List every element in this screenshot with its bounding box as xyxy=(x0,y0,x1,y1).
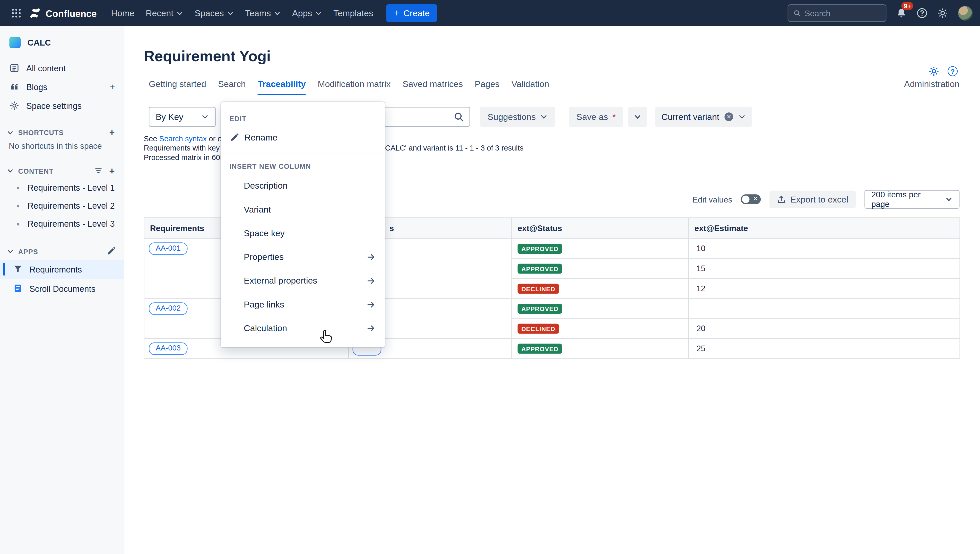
app-switcher-icon[interactable] xyxy=(8,4,25,22)
space-avatar-icon xyxy=(9,37,21,48)
tab-saved-matrices[interactable]: Saved matrices xyxy=(403,79,463,95)
add-blog-icon[interactable]: + xyxy=(110,84,115,90)
pencil-icon xyxy=(230,133,239,142)
clear-variant-icon[interactable]: ✕ xyxy=(725,113,733,121)
toggle-off-x-icon: ✕ xyxy=(753,195,758,202)
menu-item-space-key[interactable]: Space key xyxy=(221,221,385,245)
tab-traceability[interactable]: Traceability xyxy=(258,79,306,95)
app-window: Confluence HomeRecentSpacesTeamsAppsTemp… xyxy=(0,0,980,554)
scope-select[interactable]: By Key xyxy=(149,107,216,127)
menu-item-page-links[interactable]: Page links xyxy=(221,292,385,316)
nav-item-spaces[interactable]: Spaces xyxy=(189,4,239,22)
nav-item-apps[interactable]: Apps xyxy=(287,4,328,22)
add-content-icon[interactable]: + xyxy=(109,168,115,174)
nav-item-teams[interactable]: Teams xyxy=(239,4,287,22)
confluence-logo[interactable]: Confluence xyxy=(29,7,97,19)
tab-validation[interactable]: Validation xyxy=(512,79,549,95)
nav-item-label: Teams xyxy=(245,8,271,18)
chevron-down-icon xyxy=(274,10,281,17)
plus-icon: + xyxy=(394,9,400,18)
sidebar-item-label: All content xyxy=(26,63,65,73)
content-tree: Requirements - Level 1Requirements - Lev… xyxy=(0,178,124,233)
tab-search[interactable]: Search xyxy=(218,79,246,95)
nav-item-templates[interactable]: Templates xyxy=(328,4,379,22)
submenu-arrow-icon xyxy=(366,299,376,309)
primary-nav: HomeRecentSpacesTeamsAppsTemplates xyxy=(105,4,379,22)
tab-modification-matrix[interactable]: Modification matrix xyxy=(318,79,390,95)
filter-icon[interactable] xyxy=(94,166,102,175)
sidebar-item-label: Blogs xyxy=(26,82,47,91)
requirement-chip[interactable]: AA-002 xyxy=(149,302,188,315)
requirement-chip[interactable]: AA-003 xyxy=(149,342,188,355)
edit-pencil-icon[interactable] xyxy=(107,247,115,256)
sidebar-item-label: Space settings xyxy=(26,101,81,110)
search-syntax-link[interactable]: Search syntax xyxy=(159,134,207,143)
sidebar-item-scroll-documents[interactable]: Scroll Documents xyxy=(0,279,124,298)
navbar-right: 9+ xyxy=(788,4,973,22)
menu-item-calculation[interactable]: Calculation xyxy=(221,316,385,340)
confluence-logo-icon xyxy=(29,7,41,19)
save-as-menu-button[interactable] xyxy=(628,107,647,127)
sidebar-item-all-content[interactable]: All content xyxy=(0,59,124,78)
content-section-header[interactable]: CONTENT + xyxy=(0,162,124,178)
edit-values-toggle[interactable]: ✕ xyxy=(741,194,761,204)
nav-item-home[interactable]: Home xyxy=(105,4,140,22)
chevron-down-icon xyxy=(7,167,14,175)
requirement-chip[interactable]: AA-001 xyxy=(149,242,188,255)
app-settings-gear-icon[interactable] xyxy=(928,65,940,77)
edit-values-label: Edit values xyxy=(692,194,732,204)
submenu-arrow-icon xyxy=(366,323,376,333)
shortcuts-section-header[interactable]: SHORTCUTS + xyxy=(0,125,124,140)
sidebar-item-blogs[interactable]: Blogs + xyxy=(0,78,124,96)
submenu-arrow-icon xyxy=(366,252,376,261)
tab-administration[interactable]: Administration xyxy=(904,79,959,95)
tab-pages[interactable]: Pages xyxy=(475,79,499,95)
help-icon[interactable] xyxy=(916,8,928,19)
space-header[interactable]: CALC xyxy=(0,34,124,51)
save-as-label: Save as xyxy=(576,112,608,122)
scope-select-value: By Key xyxy=(156,112,183,122)
apps-section-header[interactable]: APPS xyxy=(0,243,124,259)
menu-item-label: Properties xyxy=(244,252,284,262)
sidebar-item-space-settings[interactable]: Space settings xyxy=(0,96,124,115)
column-header-ext-status[interactable]: ext@Status xyxy=(512,218,688,238)
tab-getting-started[interactable]: Getting started xyxy=(149,79,206,95)
save-as-button[interactable]: Save as* xyxy=(569,107,623,127)
menu-item-variant[interactable]: Variant xyxy=(221,197,385,221)
app-help-icon[interactable]: ? xyxy=(948,66,958,76)
content-tree-item[interactable]: Requirements - Level 3 xyxy=(0,215,124,233)
export-to-excel-button[interactable]: Export to excel xyxy=(770,191,856,208)
menu-item-rename[interactable]: Rename xyxy=(221,126,385,149)
estimate-cell: 25 xyxy=(688,338,960,358)
column-header-ext-estimate[interactable]: ext@Estimate xyxy=(688,218,960,238)
page-actions: ? xyxy=(928,65,958,77)
sidebar-item-requirements[interactable]: Requirements xyxy=(0,260,124,279)
requirement-yogi-icon xyxy=(13,264,23,274)
create-button[interactable]: + Create xyxy=(386,4,437,22)
gear-icon xyxy=(9,100,19,111)
add-shortcut-icon[interactable]: + xyxy=(109,129,115,135)
menu-item-external-properties[interactable]: External properties xyxy=(221,269,385,292)
nav-item-recent[interactable]: Recent xyxy=(140,4,189,22)
space-name: CALC xyxy=(27,38,51,47)
hint-prefix: See xyxy=(144,134,157,143)
settings-gear-icon[interactable] xyxy=(937,8,948,19)
search-icon xyxy=(794,9,801,18)
sidebar-item-label: Scroll Documents xyxy=(29,284,96,293)
content-tree-item[interactable]: Requirements - Level 2 xyxy=(0,197,124,215)
page-size-select[interactable]: 200 items per page xyxy=(864,190,959,209)
status-cell: DECLINED xyxy=(512,279,688,298)
global-search[interactable] xyxy=(788,4,886,22)
user-avatar[interactable] xyxy=(958,6,972,21)
variant-select[interactable]: Current variant ✕ xyxy=(655,107,752,127)
content-item-label: Requirements - Level 1 xyxy=(27,183,115,192)
notifications-bell-icon[interactable]: 9+ xyxy=(896,8,907,19)
menu-item-properties[interactable]: Properties xyxy=(221,245,385,269)
search-icon[interactable] xyxy=(453,111,465,123)
bullet-icon xyxy=(17,223,19,225)
suggestions-button[interactable]: Suggestions xyxy=(480,107,555,127)
insert-column-items: DescriptionVariantSpace keyPropertiesExt… xyxy=(221,174,385,340)
menu-item-description[interactable]: Description xyxy=(221,174,385,197)
global-search-input[interactable] xyxy=(805,8,881,18)
content-tree-item[interactable]: Requirements - Level 1 xyxy=(0,178,124,197)
